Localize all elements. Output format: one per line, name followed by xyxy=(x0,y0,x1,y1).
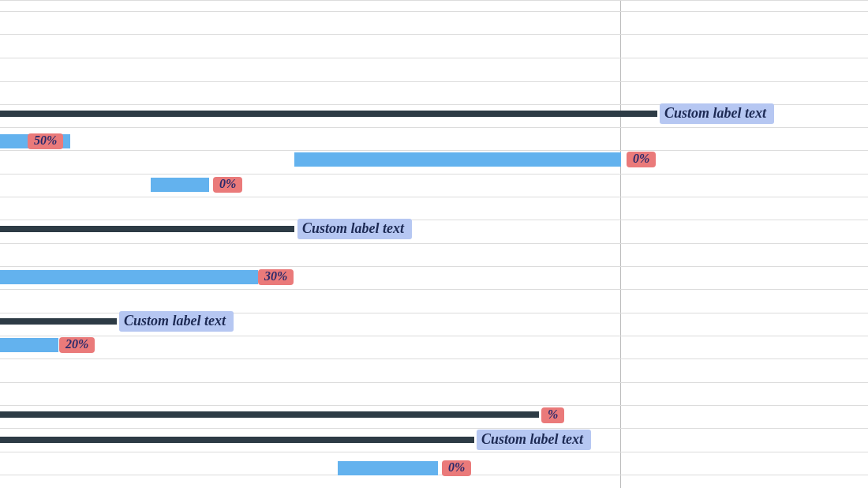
gridline xyxy=(0,266,868,267)
today-line xyxy=(620,0,621,488)
gridline xyxy=(0,34,868,35)
gridline xyxy=(0,289,868,290)
gridline xyxy=(0,81,868,82)
custom-label: Custom label text xyxy=(477,430,591,450)
progress-badge: 20% xyxy=(59,337,95,353)
custom-label: Custom label text xyxy=(660,103,774,124)
gridline xyxy=(0,405,868,406)
task-bar[interactable] xyxy=(151,178,209,192)
progress-badge: 30% xyxy=(258,269,294,285)
gridline xyxy=(0,0,868,1)
gridline xyxy=(0,58,868,58)
progress-badge: 0% xyxy=(213,177,242,193)
gridline xyxy=(0,174,868,175)
gridline xyxy=(0,150,868,151)
custom-label: Custom label text xyxy=(297,219,412,239)
gridline xyxy=(0,358,868,359)
gridline xyxy=(0,197,868,197)
gridline xyxy=(0,336,868,336)
gridline xyxy=(0,428,868,429)
task-bar[interactable] xyxy=(338,461,438,475)
gridline xyxy=(0,452,868,452)
gridline xyxy=(0,220,868,220)
summary-bar[interactable] xyxy=(0,411,539,418)
gridline xyxy=(0,382,868,383)
gridline xyxy=(0,127,868,128)
task-bar[interactable] xyxy=(0,338,58,352)
gridline xyxy=(0,11,868,12)
progress-badge: 0% xyxy=(442,460,471,476)
summary-bar[interactable] xyxy=(0,318,117,325)
custom-label: Custom label text xyxy=(119,311,234,332)
task-bar[interactable] xyxy=(294,152,621,167)
progress-badge: 0% xyxy=(627,152,656,167)
gridline xyxy=(0,243,868,244)
task-bar[interactable] xyxy=(0,270,258,284)
summary-bar[interactable] xyxy=(0,437,474,443)
progress-badge: 50% xyxy=(28,133,63,149)
summary-bar[interactable] xyxy=(0,111,657,117)
gantt-canvas: Custom label text50%0%0%Custom label tex… xyxy=(0,0,868,488)
summary-bar[interactable] xyxy=(0,226,294,232)
progress-badge: % xyxy=(541,407,564,423)
